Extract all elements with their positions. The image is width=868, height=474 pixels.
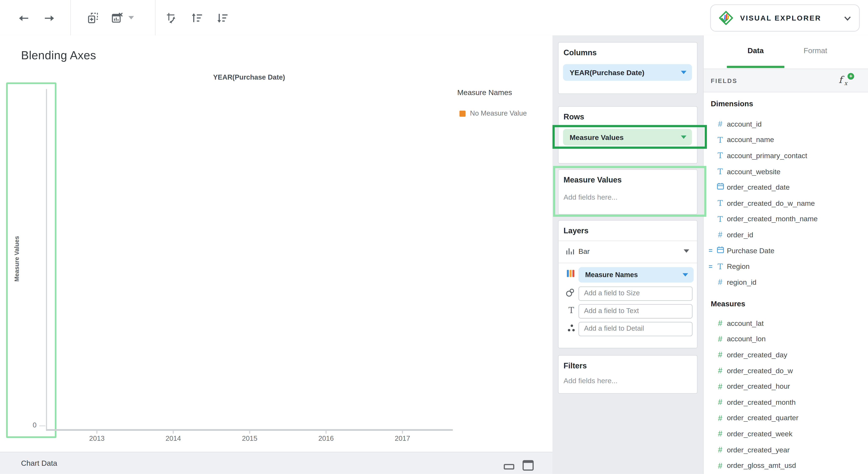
minimize-panel-button[interactable] xyxy=(504,464,514,470)
calculated-field-icon: = xyxy=(709,263,714,270)
field-item[interactable]: order_created_date xyxy=(704,179,868,195)
tab-data[interactable]: Data xyxy=(731,46,780,55)
dimensions-section-title: Dimensions xyxy=(711,100,753,108)
columns-shelf[interactable]: Columns YEAR(Purchase Date) xyxy=(558,42,698,94)
color-encoding-icon xyxy=(566,268,576,278)
divider xyxy=(559,240,697,241)
field-item[interactable]: Taccount_primary_contact xyxy=(704,148,868,164)
field-name: region_id xyxy=(727,278,756,286)
chart-canvas: Blending Axes YEAR(Purchase Date) Measur… xyxy=(0,35,553,452)
back-button[interactable] xyxy=(17,12,31,25)
duplicate-button[interactable] xyxy=(87,12,100,25)
text-field-icon: T xyxy=(717,262,723,271)
field-name: order_created_year xyxy=(727,445,789,454)
field-item[interactable]: #order_created_quarter xyxy=(704,410,868,426)
calendar-icon xyxy=(716,245,724,253)
pill-label: YEAR(Purchase Date) xyxy=(569,68,681,77)
field-name: Purchase Date xyxy=(727,246,775,255)
color-pill-measure-names[interactable]: Measure Names xyxy=(579,267,693,283)
filters-title: Filters xyxy=(563,361,587,370)
measures-list: #account_lat#account_lon#order_created_d… xyxy=(704,315,868,473)
tab-format[interactable]: Format xyxy=(791,46,840,55)
forward-button[interactable] xyxy=(42,12,56,25)
x-axis-tick-label: 2015 xyxy=(227,435,272,442)
text-field-input[interactable]: Add a field to Text xyxy=(579,304,692,318)
pill-menu-caret-icon xyxy=(683,273,688,276)
number-field-icon: # xyxy=(718,398,722,407)
field-item[interactable]: #account_lon xyxy=(704,331,868,347)
field-name: account_name xyxy=(727,136,774,144)
chevron-down-icon xyxy=(844,16,851,21)
fields-header-label: FIELDS xyxy=(711,77,738,84)
size-field-input[interactable]: Add a field to Size xyxy=(579,286,692,301)
number-field-icon: # xyxy=(718,120,722,129)
field-item[interactable]: Taccount_name xyxy=(704,132,868,148)
toolbar-divider xyxy=(155,0,156,35)
y-axis-zero-label: 0 xyxy=(22,421,36,429)
sort-descending-button[interactable] xyxy=(216,12,229,25)
detail-field-input[interactable]: Add a field to Detail xyxy=(579,322,692,336)
field-name: Region xyxy=(727,262,750,271)
pill-menu-caret-icon xyxy=(681,71,686,74)
number-field-icon: # xyxy=(718,382,722,391)
chart-type-caret-icon xyxy=(684,249,689,253)
chart-data-bar[interactable]: Chart Data xyxy=(0,452,553,474)
field-name: order_created_month_name xyxy=(727,215,818,223)
dimensions-list: #account_idTaccount_nameTaccount_primary… xyxy=(704,116,868,290)
fields-header-bar: FIELDS f x + xyxy=(704,69,868,92)
field-name: account_website xyxy=(727,167,780,175)
legend-swatch-orange xyxy=(459,110,466,116)
toolbar: VISUAL EXPLORER xyxy=(0,0,868,36)
x-axis-tick-label: 2013 xyxy=(75,435,119,442)
field-item[interactable]: #order_created_week xyxy=(704,426,868,442)
columns-pill-year-purchase-date[interactable]: YEAR(Purchase Date) xyxy=(563,64,692,81)
rows-shelf-title: Rows xyxy=(563,112,584,121)
rows-pill-measure-values[interactable]: Measure Values xyxy=(563,129,692,145)
measure-values-shelf-title: Measure Values xyxy=(563,175,622,184)
chevron-down-icon xyxy=(127,15,135,21)
clear-chart-icon xyxy=(111,12,124,25)
app-switcher-button[interactable]: VISUAL EXPLORER xyxy=(710,4,860,32)
field-item[interactable]: #order_created_hour xyxy=(704,378,868,395)
field-item[interactable]: #account_lat xyxy=(704,315,868,331)
swap-axes-button[interactable] xyxy=(165,12,178,25)
app-switcher-label: VISUAL EXPLORER xyxy=(740,14,822,22)
field-item[interactable]: #order_created_do_w xyxy=(704,363,868,378)
filters-shelf[interactable]: Filters Add fields here... xyxy=(558,355,698,394)
x-axis-tick xyxy=(326,431,327,433)
y-axis-line xyxy=(46,89,47,429)
clear-chart-menu-caret[interactable] xyxy=(127,15,141,28)
number-field-icon: # xyxy=(718,445,722,454)
back-arrow-icon xyxy=(17,12,31,25)
field-item[interactable]: =Purchase Date xyxy=(704,243,868,259)
pill-label: Measure Values xyxy=(569,133,681,141)
clear-chart-button[interactable] xyxy=(111,12,124,25)
field-item[interactable]: #order_created_day xyxy=(704,347,868,363)
field-name: order_created_do_w_name xyxy=(727,199,815,207)
field-item[interactable]: =TRegion xyxy=(704,259,868,274)
field-name: order_created_date xyxy=(727,183,789,191)
create-calculated-field-button[interactable]: f x + xyxy=(839,73,858,89)
field-item[interactable]: #order_id xyxy=(704,227,868,243)
field-item[interactable]: Torder_created_do_w_name xyxy=(704,195,868,211)
sort-descending-icon xyxy=(216,12,229,25)
sort-ascending-icon xyxy=(190,12,204,25)
sort-ascending-button[interactable] xyxy=(190,12,204,25)
field-item[interactable]: #order_created_year xyxy=(704,442,868,458)
legend-item[interactable]: No Measure Value xyxy=(459,109,527,117)
measure-values-shelf[interactable]: Measure Values Add fields here... xyxy=(558,169,698,214)
number-field-icon: # xyxy=(718,230,722,239)
svg-text:T: T xyxy=(568,305,574,315)
field-name: account_id xyxy=(727,120,762,128)
number-field-icon: # xyxy=(718,318,722,328)
field-item[interactable]: #order_created_month xyxy=(704,394,868,410)
shelf-panel: Columns YEAR(Purchase Date) Rows Measure… xyxy=(553,35,703,474)
field-item[interactable]: Taccount_website xyxy=(704,164,868,179)
field-item[interactable]: Torder_created_month_name xyxy=(704,211,868,227)
field-item[interactable]: #region_id xyxy=(704,274,868,290)
field-name: account_lat xyxy=(727,319,764,327)
rows-shelf[interactable]: Rows Measure Values xyxy=(558,106,698,164)
field-item[interactable]: #account_id xyxy=(704,116,868,132)
maximize-panel-button[interactable] xyxy=(523,460,534,471)
field-item[interactable]: #order_gloss_amt_usd xyxy=(704,458,868,473)
